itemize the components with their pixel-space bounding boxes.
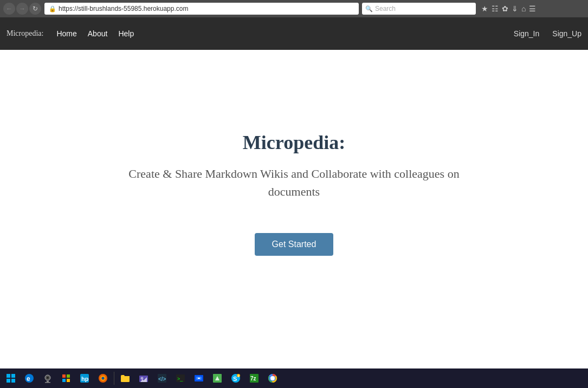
- nav-right: Sign_In Sign_Up: [514, 29, 581, 38]
- search-bar[interactable]: 🔍 Search: [362, 3, 476, 15]
- menu-icon[interactable]: ☰: [529, 4, 536, 13]
- nav-link-help[interactable]: Help: [118, 29, 134, 38]
- sign-in-link[interactable]: Sign_In: [514, 29, 539, 38]
- browser-toolbar: ← → ↻ 🔒 https://still-brushlands-55985.h…: [0, 0, 588, 17]
- search-placeholder-text: Search: [375, 5, 396, 12]
- nav-buttons: ← → ↻: [3, 3, 41, 15]
- address-bar[interactable]: 🔒 https://still-brushlands-55985.herokua…: [44, 3, 359, 15]
- reader-icon[interactable]: ☷: [492, 4, 499, 13]
- hero-title: Micropedia:: [243, 131, 345, 154]
- home-icon[interactable]: ⌂: [521, 4, 526, 13]
- nav-link-home[interactable]: Home: [56, 29, 76, 38]
- pocket-icon[interactable]: ✿: [502, 4, 508, 13]
- forward-button[interactable]: →: [16, 3, 28, 15]
- address-text: https://still-brushlands-55985.herokuapp…: [59, 5, 356, 12]
- refresh-button[interactable]: ↻: [29, 3, 41, 15]
- browser-toolbar-icons: ★ ☷ ✿ ⇓ ⌂ ☰: [481, 4, 536, 13]
- nav-links: Home About Help: [56, 29, 134, 38]
- browser-chrome: ← → ↻ 🔒 https://still-brushlands-55985.h…: [0, 0, 588, 17]
- download-icon[interactable]: ⇓: [512, 4, 518, 13]
- nav-link-about[interactable]: About: [88, 29, 108, 38]
- lock-icon: 🔒: [49, 5, 56, 12]
- hero-subtitle: Create & Share Markdown Wikis and Collab…: [126, 165, 462, 201]
- nav-left: Micropedia: Home About Help: [7, 29, 134, 38]
- app-navbar: Micropedia: Home About Help Sign_In Sign…: [0, 17, 588, 50]
- back-button[interactable]: ←: [3, 3, 15, 15]
- main-content: Micropedia: Create & Share Markdown Wiki…: [0, 50, 588, 337]
- get-started-button[interactable]: Get Started: [255, 233, 334, 256]
- sign-up-link[interactable]: Sign_Up: [552, 29, 581, 38]
- bookmark-icon[interactable]: ★: [481, 4, 488, 13]
- app-brand: Micropedia:: [7, 29, 43, 38]
- search-icon: 🔍: [365, 5, 373, 12]
